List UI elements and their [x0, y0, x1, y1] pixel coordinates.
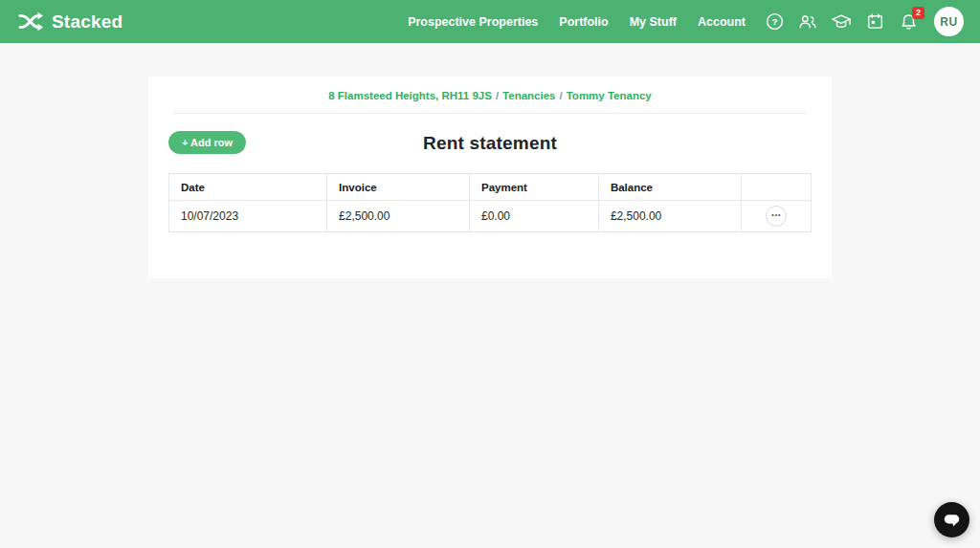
svg-text:?: ? [771, 16, 777, 27]
rent-statement-card: 8 Flamsteed Heights, RH11 9JS/Tenancies/… [148, 77, 832, 278]
add-row-button[interactable]: + Add row [168, 131, 246, 154]
breadcrumb-tenant-link[interactable]: Tommy Tenancy [567, 90, 652, 101]
table-header-row: Date Invoice Payment Balance [169, 174, 812, 201]
breadcrumb-tenancies-link[interactable]: Tenancies [502, 90, 555, 101]
nav-prospective-properties[interactable]: Prospective Properties [408, 15, 538, 29]
column-header-date: Date [169, 174, 327, 201]
notifications-bell-icon[interactable]: 2 [899, 12, 918, 32]
cell-invoice: £2,500.00 [327, 201, 470, 232]
chat-bubble-icon [942, 511, 962, 529]
avatar[interactable]: RU [934, 7, 964, 36]
cell-payment: £0.00 [470, 201, 599, 232]
nav-account[interactable]: Account [698, 15, 746, 29]
nav-my-stuff[interactable]: My Stuff [630, 15, 677, 29]
shuffle-logo-icon [18, 11, 43, 32]
ellipsis-icon: ••• [771, 211, 781, 218]
app-header: Stacked Prospective Properties Portfolio… [0, 0, 980, 43]
brand[interactable]: Stacked [18, 11, 122, 33]
breadcrumb-separator: / [492, 90, 502, 101]
rent-statement-table: Date Invoice Payment Balance 10/07/2023 … [168, 173, 812, 232]
main-nav: Prospective Properties Portfolio My Stuf… [408, 15, 746, 29]
toolbar: + Add row Rent statement [168, 131, 812, 155]
column-header-actions [741, 174, 811, 201]
brand-name: Stacked [52, 11, 122, 33]
column-header-payment: Payment [470, 174, 599, 201]
nav-portfolio[interactable]: Portfolio [559, 15, 608, 29]
users-icon[interactable] [798, 12, 817, 32]
card-content: + Add row Rent statement Date Invoice Pa… [148, 114, 832, 278]
chat-launcher-button[interactable] [934, 502, 969, 537]
cell-actions: ••• [741, 201, 811, 232]
cell-date: 10/07/2023 [169, 201, 327, 232]
table-row: 10/07/2023 £2,500.00 £0.00 £2,500.00 ••• [169, 201, 812, 232]
row-menu-button[interactable]: ••• [766, 206, 787, 227]
breadcrumb-separator: / [556, 90, 567, 101]
column-header-invoice: Invoice [327, 174, 470, 201]
cell-balance: £2,500.00 [598, 201, 741, 232]
breadcrumb: 8 Flamsteed Heights, RH11 9JS/Tenancies/… [148, 77, 832, 113]
avatar-initials: RU [940, 15, 957, 29]
page-title: Rent statement [168, 131, 812, 155]
header-icon-group: ? [765, 7, 964, 36]
graduation-cap-icon[interactable] [832, 12, 851, 32]
column-header-balance: Balance [598, 174, 741, 201]
notification-badge: 2 [912, 7, 924, 19]
breadcrumb-property-link[interactable]: 8 Flamsteed Heights, RH11 9JS [328, 90, 492, 101]
calendar-icon[interactable] [865, 12, 884, 32]
help-icon[interactable]: ? [765, 12, 784, 32]
